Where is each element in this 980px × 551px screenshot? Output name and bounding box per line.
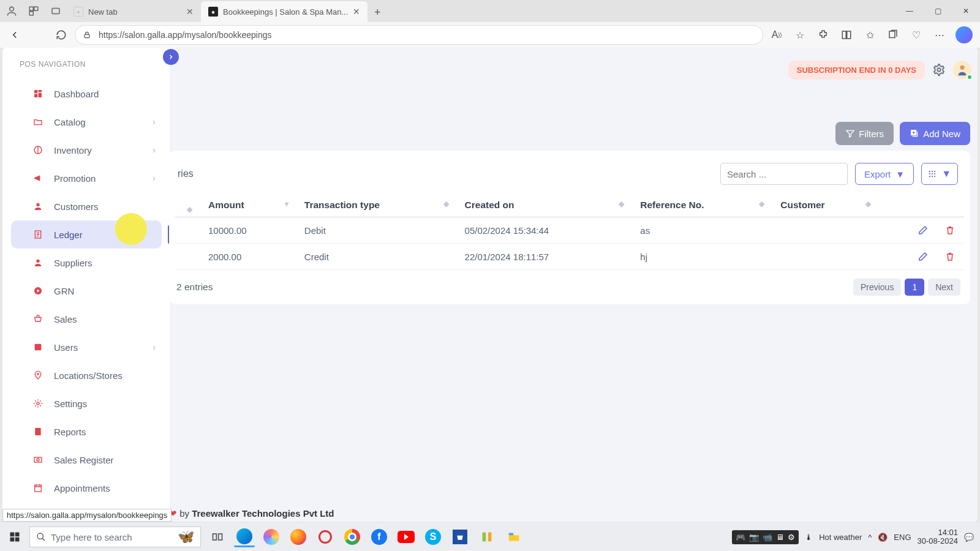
refresh-button[interactable] [51, 25, 71, 45]
svg-point-14 [36, 203, 39, 206]
sidebar-item-locations[interactable]: Locations/Stores [11, 361, 162, 389]
sort-icon[interactable]: ◆ [865, 200, 871, 208]
columns-button[interactable]: ▼ [921, 163, 958, 185]
tray-chevron-icon[interactable]: ^ [868, 533, 872, 542]
back-button[interactable] [5, 25, 24, 45]
sidebar-item-users[interactable]: Users › [11, 333, 162, 361]
address-bar[interactable]: https://salon.galla.app/mysalon/bookkeep… [75, 25, 763, 45]
pager-next[interactable]: Next [928, 279, 960, 296]
collections-icon[interactable] [886, 28, 900, 42]
notifications-icon[interactable]: 💬 [964, 533, 974, 542]
edit-icon[interactable] [918, 251, 929, 262]
copilot-taskbar-icon[interactable] [261, 527, 282, 547]
chrome-icon[interactable] [342, 527, 363, 547]
weather-icon[interactable]: 🌡 [805, 533, 813, 542]
more-icon[interactable]: ⋯ [932, 28, 947, 42]
browser-essentials-icon[interactable]: ♡ [909, 28, 924, 42]
add-new-button[interactable]: Add New [900, 122, 970, 145]
sidebar-item-label: Sales Register [54, 455, 114, 465]
window-close[interactable]: ✕ [952, 0, 980, 22]
sort-icon[interactable]: ◆ [619, 200, 624, 208]
skype-icon[interactable]: S [423, 527, 443, 547]
close-icon[interactable]: ✕ [186, 7, 194, 17]
edge-icon[interactable] [234, 527, 255, 547]
sort-icon[interactable]: ◆ [187, 205, 192, 214]
page-viewport: POS NAVIGATION Dashboard Catalog › Inven… [2, 48, 978, 522]
col-amount[interactable]: Amount▾ [200, 193, 296, 217]
col-customer[interactable]: Customer◆ [772, 193, 878, 217]
sort-icon[interactable]: ◆ [759, 200, 764, 208]
table-row[interactable]: 2000.00 Credit 22/01/2024 18:11:57 hj [175, 244, 964, 270]
sidebar-item-inventory[interactable]: Inventory › [11, 136, 162, 164]
sidebar-item-promotion[interactable]: Promotion › [11, 164, 162, 192]
sidebar-toggle[interactable] [163, 49, 179, 65]
export-button[interactable]: Export ▼ [855, 163, 914, 185]
chevron-right-icon: › [153, 173, 156, 183]
start-button[interactable] [0, 531, 29, 542]
taskbar-search[interactable]: Type here to search 🦋 [29, 527, 201, 547]
new-tab-button[interactable]: + [368, 2, 387, 22]
sidebar-item-grn[interactable]: GRN [11, 277, 162, 305]
window-minimize[interactable]: — [895, 0, 924, 22]
copilot-button[interactable] [956, 26, 973, 43]
sound-muted-icon[interactable]: 🔇 [878, 533, 888, 542]
sort-icon[interactable]: ▾ [285, 200, 288, 208]
close-icon[interactable]: ✕ [353, 7, 360, 17]
user-avatar[interactable] [953, 61, 971, 79]
col-transaction-type[interactable]: Transaction type◆ [296, 193, 456, 217]
sidebar-item-ledger[interactable]: Ledger [11, 220, 162, 249]
screen-icon: 🖥 [776, 533, 784, 542]
sidebar-item-sales[interactable]: Sales [11, 305, 162, 333]
edit-icon[interactable] [918, 225, 929, 236]
delete-icon[interactable] [944, 225, 956, 236]
sidebar-item-reports[interactable]: Reports [11, 418, 162, 446]
recorder-icon[interactable] [315, 527, 336, 547]
favorites-list-icon[interactable]: ✩ [862, 28, 877, 42]
highlight-marker [115, 213, 147, 245]
firefox-icon[interactable] [288, 527, 309, 547]
sidebar-item-suppliers[interactable]: Suppliers [11, 249, 162, 277]
tab-newtab[interactable]: ▫ New tab ✕ [66, 1, 201, 22]
footer-credit: ❤ by Treewalker Technologies Pvt Ltd [169, 508, 334, 519]
sidebar-item-catalog[interactable]: Catalog › [11, 108, 162, 136]
sort-icon[interactable]: ◆ [443, 200, 449, 208]
sidebar-item-settings[interactable]: Settings [11, 389, 162, 418]
ledger-icon [32, 230, 44, 239]
extensions-icon[interactable] [816, 28, 831, 42]
sidebar-item-sales-register[interactable]: Sales Register [11, 446, 162, 474]
col-reference[interactable]: Reference No.◆ [631, 193, 772, 217]
pager-prev[interactable]: Previous [853, 279, 901, 296]
weather-text[interactable]: Hot weather [819, 533, 862, 542]
sidebar-item-dashboard[interactable]: Dashboard [11, 80, 162, 108]
window-maximize[interactable]: ▢ [924, 0, 952, 22]
delete-icon[interactable] [944, 251, 956, 262]
filters-button[interactable]: Filters [835, 122, 894, 145]
language-indicator[interactable]: ENG [894, 533, 911, 542]
facebook-icon[interactable]: f [369, 527, 390, 547]
svg-point-34 [929, 176, 930, 177]
svg-point-36 [934, 176, 935, 177]
pager-page-1[interactable]: 1 [905, 279, 924, 296]
gear-icon[interactable] [932, 63, 946, 77]
sidebar-item-appointments[interactable]: Appointments [11, 474, 162, 502]
clock[interactable]: 14:01 30-08-2024 [918, 528, 959, 546]
app-icon[interactable] [477, 527, 497, 547]
explorer-icon[interactable] [503, 527, 524, 547]
favorite-icon[interactable]: ☆ [793, 28, 807, 42]
search-input[interactable] [720, 163, 848, 185]
table-row[interactable]: 10000.00 Debit 05/02/2024 15:34:44 as [175, 217, 964, 244]
profile-icon[interactable] [5, 4, 18, 18]
youtube-icon[interactable] [396, 527, 417, 547]
store-icon[interactable] [450, 527, 470, 547]
workspaces-icon[interactable] [27, 4, 40, 18]
cell-amount: 10000.00 [200, 217, 296, 244]
task-view-icon[interactable] [207, 527, 228, 547]
pagination: Previous 1 Next [853, 279, 960, 296]
tab-actions-icon[interactable] [49, 4, 62, 18]
split-screen-icon[interactable] [839, 28, 854, 42]
svg-point-41 [37, 533, 43, 539]
col-created-on[interactable]: Created on◆ [456, 193, 632, 217]
tray-group[interactable]: 🎮 📷 📹 🖥 ⚙ [732, 530, 799, 544]
tab-bookkeepings[interactable]: ● Bookkeepings | Salon & Spa Man... ✕ [201, 1, 368, 22]
read-aloud-icon[interactable]: A)) [769, 28, 784, 42]
